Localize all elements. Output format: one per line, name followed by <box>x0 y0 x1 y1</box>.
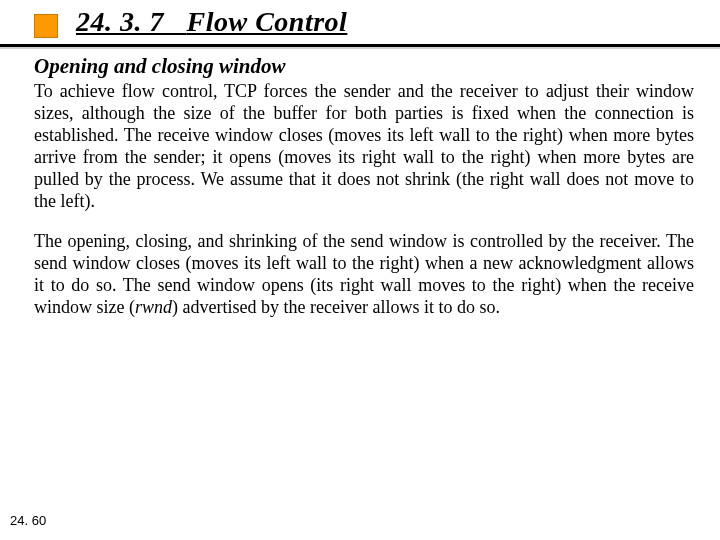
heading-rule-light <box>0 47 720 49</box>
section-number: 24. 3. 7 <box>76 6 164 37</box>
section-title: Flow Control <box>187 6 348 37</box>
slide-header: 24. 3. 7 Flow Control <box>0 0 720 50</box>
subheading: Opening and closing window <box>34 54 694 79</box>
paragraph-2: The opening, closing, and shrinking of t… <box>34 231 694 319</box>
rwnd-term: rwnd <box>135 297 172 317</box>
page-number: 24. 60 <box>10 513 46 528</box>
slide: 24. 3. 7 Flow Control Opening and closin… <box>0 0 720 540</box>
bullet-icon <box>34 14 58 38</box>
slide-content: Opening and closing window To achieve fl… <box>34 54 694 337</box>
paragraph-1: To achieve flow control, TCP forces the … <box>34 81 694 213</box>
paragraph-2-part-b: ) advertised by the receiver allows it t… <box>172 297 500 317</box>
section-heading: 24. 3. 7 Flow Control <box>76 6 347 38</box>
